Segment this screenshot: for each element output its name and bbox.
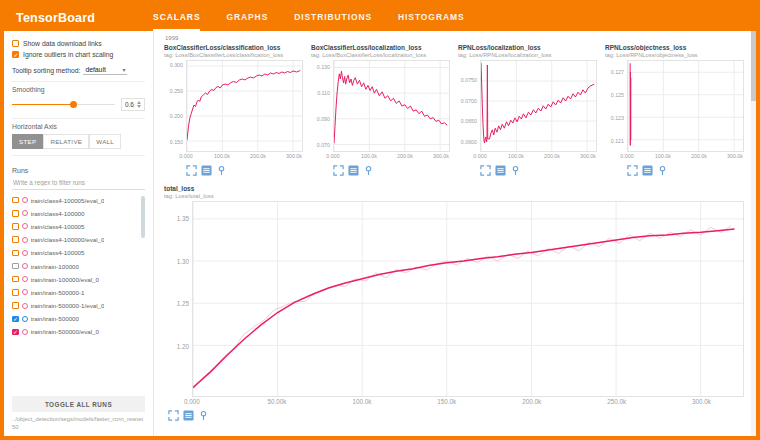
y-tick-label: 0.150 xyxy=(170,139,183,145)
y-tick-label: 0.0700 xyxy=(461,98,477,104)
step-up-icon[interactable] xyxy=(137,101,141,104)
run-row[interactable]: train/train-500000/eval_0 xyxy=(12,325,145,338)
tab-graphs[interactable]: GRAPHS xyxy=(226,4,268,31)
logdir-path: ../object_detection/segs/models/faster_r… xyxy=(12,416,145,432)
chart-canvas[interactable] xyxy=(334,61,449,151)
run-solo-toggle[interactable] xyxy=(22,250,28,256)
expand-chart-icon[interactable] xyxy=(333,165,344,176)
expand-chart-icon[interactable] xyxy=(480,165,491,176)
run-row[interactable]: train/class4-100005 xyxy=(12,220,145,233)
tooltip-sort-label: Tooltip sorting method: xyxy=(12,67,80,74)
run-row[interactable]: train/train-500000-1 xyxy=(12,286,145,299)
run-solo-toggle[interactable] xyxy=(22,197,28,203)
run-checkbox[interactable] xyxy=(12,316,19,323)
run-selector-icon[interactable] xyxy=(642,165,653,176)
axis-wall-button[interactable]: WALL xyxy=(89,134,121,149)
checkbox-label: Show data download links xyxy=(23,40,102,47)
run-filter-input[interactable] xyxy=(12,176,145,190)
smoothing-slider[interactable] xyxy=(12,100,115,109)
run-checkbox[interactable] xyxy=(12,329,19,336)
x-tick-label: 100.0k xyxy=(352,398,371,405)
run-solo-toggle[interactable] xyxy=(22,276,28,282)
run-checkbox[interactable] xyxy=(12,263,19,270)
run-solo-toggle[interactable] xyxy=(22,329,28,335)
run-solo-toggle[interactable] xyxy=(22,289,28,295)
run-solo-toggle[interactable] xyxy=(22,316,28,322)
run-selector-icon[interactable] xyxy=(348,165,359,176)
pin-chart-icon[interactable] xyxy=(363,165,374,176)
tab-distributions[interactable]: DISTRIBUTIONS xyxy=(294,4,372,31)
run-row[interactable]: train/class4-100005/eval_0 xyxy=(12,194,145,207)
x-tick-label: 200.0k xyxy=(522,398,541,405)
run-checkbox[interactable] xyxy=(12,250,19,257)
tab-histograms[interactable]: HISTOGRAMS xyxy=(398,4,464,31)
chart-plot-area[interactable] xyxy=(480,60,597,152)
smoothing-value-input[interactable]: 0.6 xyxy=(121,98,145,111)
run-name: train/train-500000/eval_0 xyxy=(31,328,99,335)
main-scrollbar[interactable] xyxy=(751,31,756,436)
run-checkbox[interactable] xyxy=(12,223,19,230)
run-solo-toggle[interactable] xyxy=(22,237,28,243)
step-down-icon[interactable] xyxy=(137,105,141,108)
pin-chart-icon[interactable] xyxy=(198,410,209,421)
expand-chart-icon[interactable] xyxy=(168,410,179,421)
chart-plot-area[interactable] xyxy=(333,60,450,152)
run-row[interactable]: train/train-100000 xyxy=(12,259,145,272)
pin-chart-icon[interactable] xyxy=(216,165,227,176)
run-checkbox[interactable] xyxy=(12,236,19,243)
tooltip-sort-select[interactable]: default ▾ xyxy=(83,65,127,75)
chart-canvas[interactable] xyxy=(628,61,743,151)
chart-canvas[interactable] xyxy=(481,61,596,151)
run-row[interactable]: train/class4-100000 xyxy=(12,207,145,220)
stepper-icons[interactable] xyxy=(137,101,141,109)
y-tick-label: 0.0600 xyxy=(461,139,477,145)
divider xyxy=(12,81,145,82)
pin-chart-icon[interactable] xyxy=(657,165,668,176)
x-tick-label: 0.000 xyxy=(473,153,486,159)
run-selector-icon[interactable] xyxy=(183,410,194,421)
run-solo-toggle[interactable] xyxy=(22,303,28,309)
scrollbar-thumb[interactable] xyxy=(751,31,756,101)
y-tick-label: 1.20 xyxy=(177,342,189,349)
ignore-outliers-checkbox[interactable]: Ignore outliers in chart scaling xyxy=(12,51,145,58)
chart-plot-area[interactable] xyxy=(627,60,744,152)
chart-card-rpn-localization-loss: RPNLoss/localization_loss tag: Loss/RPNL… xyxy=(458,44,597,176)
run-row[interactable]: train/train-100000/eval_0 xyxy=(12,273,145,286)
show-download-links-checkbox[interactable]: Show data download links xyxy=(12,40,145,47)
chart-canvas[interactable] xyxy=(187,61,302,151)
smoothing-value: 0.6 xyxy=(125,101,134,108)
run-checkbox[interactable] xyxy=(12,276,19,283)
chart-plot-area[interactable] xyxy=(186,60,303,152)
run-name: train/train-500000-1/eval_0 xyxy=(31,302,105,309)
run-checkbox[interactable] xyxy=(12,197,19,204)
chart-canvas[interactable] xyxy=(193,202,743,396)
run-checkbox[interactable] xyxy=(12,289,19,296)
chart-card-objectness-loss: RPNLoss/objectness_loss tag: Loss/RPNLos… xyxy=(605,44,744,176)
run-selector-icon[interactable] xyxy=(201,165,212,176)
axis-step-button[interactable]: STEP xyxy=(12,134,43,149)
pin-chart-icon[interactable] xyxy=(510,165,521,176)
chart-title: BoxClassifierLoss/classification_loss xyxy=(164,44,303,51)
run-row[interactable]: train/class4-100000/eval_0 xyxy=(12,233,145,246)
chart-plot-area[interactable] xyxy=(192,201,744,397)
run-list-scrollbar[interactable] xyxy=(141,196,145,238)
toggle-all-runs-button[interactable]: TOGGLE ALL RUNS xyxy=(12,396,145,412)
divider xyxy=(12,155,145,156)
run-name: train/train-100000 xyxy=(31,263,80,270)
run-solo-toggle[interactable] xyxy=(22,263,28,269)
tab-scalars[interactable]: SCALARS xyxy=(153,4,200,31)
run-row[interactable]: train/train-500000-1/eval_0 xyxy=(12,299,145,312)
x-tick-label: 200.0k xyxy=(544,153,560,159)
expand-chart-icon[interactable] xyxy=(627,165,638,176)
run-row[interactable]: train/train-500000 xyxy=(12,312,145,325)
run-checkbox[interactable] xyxy=(12,302,19,309)
run-solo-toggle[interactable] xyxy=(22,210,28,216)
slider-thumb[interactable] xyxy=(70,101,77,108)
run-selector-icon[interactable] xyxy=(495,165,506,176)
axis-relative-button[interactable]: RELATIVE xyxy=(43,134,89,149)
run-checkbox[interactable] xyxy=(12,210,19,217)
expand-chart-icon[interactable] xyxy=(186,165,197,176)
run-solo-toggle[interactable] xyxy=(22,223,28,229)
run-row[interactable]: train/class4-100005 xyxy=(12,246,145,259)
smoothing-control: 0.6 xyxy=(12,98,145,111)
